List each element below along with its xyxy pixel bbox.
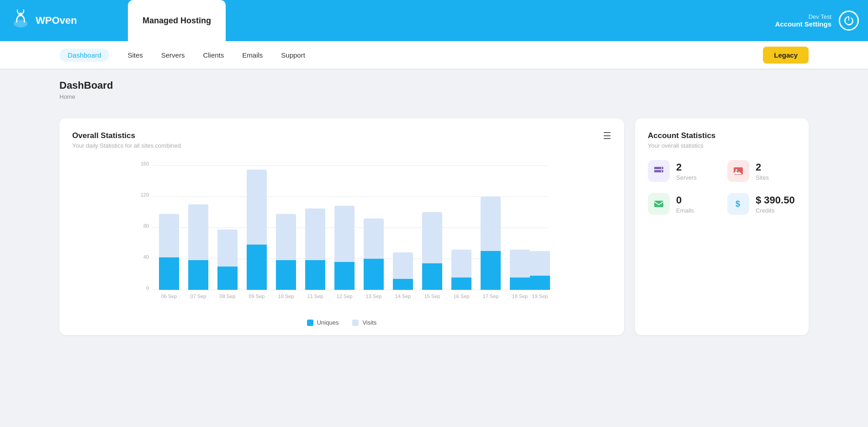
svg-text:160: 160 (141, 161, 149, 166)
dollar-icon: $ (733, 198, 744, 209)
svg-text:12 Sep: 12 Sep (337, 294, 353, 299)
email-icon (653, 198, 664, 209)
chart-legend: Uniques Visits (72, 319, 611, 326)
chart-container: 0 40 80 120 160 (72, 156, 611, 312)
svg-rect-33 (451, 278, 471, 290)
nav-support[interactable]: Support (281, 49, 305, 61)
overall-statistics-card: Overall Statistics Your daily Statistics… (59, 118, 624, 335)
visits-dot (352, 320, 359, 326)
svg-rect-13 (159, 257, 179, 290)
logo-text: WPOven (36, 15, 77, 27)
dev-test-label: Dev Test (775, 13, 831, 20)
svg-rect-31 (422, 263, 442, 290)
svg-rect-19 (247, 245, 267, 290)
nav-emails[interactable]: Emails (242, 49, 263, 61)
svg-text:17 Sep: 17 Sep (483, 294, 499, 299)
account-statistics-card: Account Statistics Your overall statisti… (635, 118, 809, 335)
svg-rect-25 (334, 262, 355, 290)
svg-text:13 Sep: 13 Sep (366, 294, 382, 299)
svg-rect-15 (188, 260, 208, 290)
stat-credits: $ $ 390.50 Credits (727, 193, 796, 215)
svg-text:07 Sep: 07 Sep (191, 294, 206, 299)
svg-text:09 Sep: 09 Sep (249, 294, 265, 299)
credits-icon-wrapper: $ (727, 193, 749, 215)
credits-value: $ 390.50 (756, 194, 795, 206)
legend-uniques: Uniques (307, 319, 339, 326)
account-text: Dev Test Account Settings (775, 13, 831, 28)
power-button[interactable] (839, 11, 859, 31)
nav-dashboard[interactable]: Dashboard (59, 48, 109, 62)
svg-text:120: 120 (141, 192, 149, 197)
svg-rect-17 (217, 267, 238, 290)
page-title: DashBoard (59, 80, 809, 91)
stat-emails: 0 Emails (648, 193, 716, 215)
svg-rect-23 (305, 260, 325, 290)
svg-text:80: 80 (143, 223, 149, 229)
servers-value: 2 (676, 161, 697, 173)
svg-rect-27 (364, 259, 384, 290)
svg-rect-37 (510, 278, 530, 290)
account-stats-subtitle: Your overall statistics (648, 142, 796, 149)
svg-text:16 Sep: 16 Sep (454, 294, 470, 299)
svg-text:0: 0 (146, 285, 149, 291)
svg-text:14 Sep: 14 Sep (395, 294, 411, 299)
svg-point-57 (661, 171, 662, 171)
server-icon (653, 165, 664, 176)
sites-icon-wrapper (727, 160, 749, 182)
nav-sites[interactable]: Sites (127, 49, 143, 61)
main-content: Overall Statistics Your daily Statistics… (0, 105, 868, 349)
svg-text:11 Sep: 11 Sep (307, 294, 323, 299)
chart-menu-icon[interactable]: ☰ (603, 131, 611, 140)
svg-text:10 Sep: 10 Sep (278, 294, 294, 299)
svg-point-56 (661, 167, 662, 168)
header: WPOven Managed Hosting Dev Test Account … (0, 0, 868, 41)
chart-title: Overall Statistics (72, 131, 181, 140)
svg-point-59 (736, 169, 737, 171)
svg-rect-60 (654, 201, 663, 207)
nav-servers[interactable]: Servers (161, 49, 185, 61)
svg-point-0 (14, 20, 27, 27)
visits-label: Visits (362, 319, 376, 326)
svg-rect-53 (530, 276, 550, 290)
chart-subtitle: Your daily Statistics for all sites comb… (72, 142, 181, 149)
emails-value: 0 (676, 194, 694, 206)
servers-label: Servers (676, 174, 697, 181)
nav-clients[interactable]: Clients (203, 49, 224, 61)
sites-label: Sites (756, 174, 769, 181)
svg-text:15 Sep: 15 Sep (424, 294, 440, 299)
credits-label: Credits (756, 207, 795, 214)
stats-grid: 2 Servers 2 Sites (648, 160, 796, 215)
stat-servers: 2 Servers (648, 160, 716, 182)
svg-rect-35 (481, 251, 501, 290)
uniques-dot (307, 320, 313, 326)
svg-text:06 Sep: 06 Sep (161, 294, 177, 299)
servers-icon-wrapper (648, 160, 670, 182)
legacy-button[interactable]: Legacy (763, 47, 809, 64)
emails-icon-wrapper (648, 193, 670, 215)
nav-bar: Dashboard Sites Servers Clients Emails S… (0, 41, 868, 69)
account-section: Dev Test Account Settings (775, 11, 859, 31)
account-stats-title: Account Statistics (648, 131, 796, 140)
svg-text:18 Sep: 18 Sep (512, 294, 528, 299)
svg-text:40: 40 (143, 254, 149, 260)
legend-visits: Visits (352, 319, 376, 326)
managed-hosting-tab[interactable]: Managed Hosting (128, 0, 226, 41)
svg-text:$: $ (736, 199, 740, 208)
emails-label: Emails (676, 207, 694, 214)
svg-text:08 Sep: 08 Sep (220, 294, 236, 299)
image-icon (733, 165, 744, 176)
account-settings-label[interactable]: Account Settings (775, 20, 831, 28)
svg-rect-29 (393, 279, 413, 290)
chart-svg: 0 40 80 120 160 (72, 156, 611, 303)
sites-value: 2 (756, 161, 769, 173)
logo: WPOven (9, 9, 77, 32)
stat-sites: 2 Sites (727, 160, 796, 182)
page-header: DashBoard Home (0, 69, 868, 105)
svg-text:19 Sep: 19 Sep (532, 294, 548, 299)
uniques-label: Uniques (317, 319, 339, 326)
svg-rect-21 (276, 260, 296, 290)
breadcrumb: Home (59, 93, 809, 100)
